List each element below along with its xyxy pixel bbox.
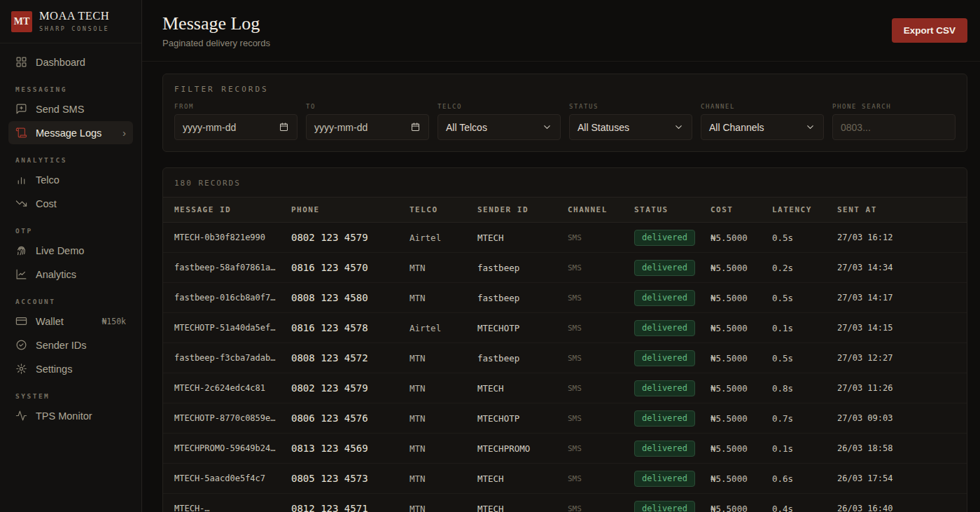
sidebar-item-label: Live Demo bbox=[36, 245, 84, 256]
sidebar-item-dashboard[interactable]: Dashboard bbox=[8, 50, 133, 74]
filter-card-title: FILTER RECORDS bbox=[174, 85, 955, 94]
wallet-balance-badge: ₦150k bbox=[102, 317, 126, 326]
telco-select[interactable]: All Telcos bbox=[438, 114, 561, 140]
table-row[interactable]: MTECHPROMO-59649b24…0813 123 4569MTNMTEC… bbox=[163, 434, 967, 464]
column-header-channel: CHANNEL bbox=[568, 205, 634, 214]
channel-cell: SMS bbox=[568, 324, 634, 333]
filter-field-label: FROM bbox=[174, 103, 298, 110]
select-value: All Telcos bbox=[446, 122, 487, 133]
latency-cell: 0.5s bbox=[772, 353, 837, 364]
column-header-phone: PHONE bbox=[291, 205, 410, 214]
sender-id-cell: MTECHOTP bbox=[477, 323, 568, 333]
filter-field-telco: TELCOAll Telcos bbox=[438, 103, 561, 140]
sender-id-cell: fastbeep bbox=[477, 353, 568, 364]
channel-select[interactable]: All Channels bbox=[701, 114, 824, 140]
sent-at-cell: 27/03 09:03 bbox=[837, 413, 963, 423]
select-value: All Channels bbox=[709, 122, 764, 133]
status-badge: delivered bbox=[634, 410, 695, 427]
message-id-cell: MTECHOTP-8770c0859e… bbox=[174, 413, 291, 423]
records-count: 180 RECORDS bbox=[163, 168, 967, 197]
sidebar-item-sender-ids[interactable]: Sender IDs bbox=[8, 333, 133, 357]
column-header-status: STATUS bbox=[634, 205, 710, 214]
message-square-icon bbox=[15, 103, 27, 115]
sidebar-item-label: Sender IDs bbox=[36, 340, 87, 351]
status-cell: delivered bbox=[634, 410, 710, 427]
sent-at-cell: 26/03 17:54 bbox=[837, 473, 963, 483]
sidebar-item-wallet[interactable]: Wallet₦150k bbox=[8, 310, 133, 333]
sidebar-item-live-demo[interactable]: Live Demo bbox=[8, 239, 133, 262]
from-date-input[interactable]: yyyy-mm-dd bbox=[174, 114, 298, 140]
latency-cell: 0.6s bbox=[772, 473, 837, 484]
sidebar-item-telco[interactable]: Telco bbox=[8, 168, 133, 191]
grid-icon bbox=[15, 56, 27, 68]
cost-cell: ₦5.5000 bbox=[710, 413, 772, 424]
chevron-down-icon bbox=[805, 122, 816, 132]
channel-cell: SMS bbox=[568, 263, 634, 272]
status-badge: delivered bbox=[634, 441, 695, 457]
sidebar-item-settings[interactable]: Settings bbox=[8, 357, 133, 380]
table-row[interactable]: fastbeep-f3cba7adab…0808 123 4572MTNfast… bbox=[163, 343, 967, 373]
channel-cell: SMS bbox=[568, 233, 634, 242]
table-row[interactable]: MTECH-5aacd0e5f4c70805 123 4573MTNMTECHS… bbox=[163, 464, 967, 494]
table-row[interactable]: MTECH-…0812 123 4571MTNMTECHSMSdelivered… bbox=[163, 494, 967, 512]
table-row[interactable]: MTECHOTP-8770c0859e…0806 123 4576MTNMTEC… bbox=[163, 403, 967, 434]
sidebar-item-label: Analytics bbox=[36, 269, 76, 280]
status-select[interactable]: All Statuses bbox=[569, 114, 692, 140]
sent-at-cell: 27/03 12:27 bbox=[837, 353, 963, 363]
export-csv-button[interactable]: Export CSV bbox=[892, 18, 967, 43]
filter-field-from: FROMyyyy-mm-dd bbox=[174, 103, 298, 140]
cost-cell: ₦5.5000 bbox=[710, 443, 772, 454]
sidebar-item-tps-monitor[interactable]: TPS Monitor bbox=[8, 404, 133, 427]
sent-at-cell: 27/03 16:12 bbox=[837, 233, 963, 242]
sidebar-nav: DashboardMESSAGINGSend SMSMessage Logs›A… bbox=[0, 43, 141, 512]
cost-cell: ₦5.5000 bbox=[710, 233, 772, 243]
sender-id-cell: MTECHOTP bbox=[477, 413, 568, 424]
fingerprint-icon bbox=[15, 244, 27, 256]
message-id-cell: MTECH-0b30f821e990 bbox=[174, 233, 291, 242]
nav-section-account: ACCOUNT bbox=[15, 298, 126, 305]
latency-cell: 0.1s bbox=[772, 443, 837, 454]
channel-cell: SMS bbox=[568, 504, 634, 512]
status-cell: delivered bbox=[634, 320, 710, 336]
column-header-sender-id: SENDER ID bbox=[477, 205, 568, 214]
column-header-telco: TELCO bbox=[410, 205, 477, 214]
records-card: 180 RECORDS MESSAGE IDPHONETELCOSENDER I… bbox=[162, 167, 967, 512]
sidebar-item-label: Telco bbox=[36, 174, 59, 186]
cost-cell: ₦5.5000 bbox=[710, 353, 772, 364]
sidebar-item-send-sms[interactable]: Send SMS bbox=[8, 97, 133, 120]
gear-icon bbox=[15, 363, 27, 375]
filter-field-label: PHONE SEARCH bbox=[832, 103, 955, 110]
phone-cell: 0806 123 4576 bbox=[291, 413, 410, 424]
filter-field-to: TOyyyy-mm-dd bbox=[306, 103, 429, 140]
sender-id-cell: fastbeep bbox=[477, 293, 568, 303]
credit-card-icon bbox=[15, 315, 27, 327]
table-row[interactable]: fastbeep-016cb8a0f7…0808 123 4580MTNfast… bbox=[163, 283, 967, 313]
sidebar-item-message-logs[interactable]: Message Logs› bbox=[8, 121, 133, 144]
sidebar-item-analytics[interactable]: Analytics bbox=[8, 263, 133, 286]
phone-search-input[interactable]: 0803... bbox=[832, 114, 955, 140]
sidebar-item-cost[interactable]: Cost bbox=[8, 192, 133, 215]
message-id-cell: MTECH-… bbox=[174, 504, 291, 512]
activity-icon bbox=[15, 410, 27, 422]
sidebar-item-label: Cost bbox=[36, 198, 57, 209]
column-header-sent-at: SENT AT bbox=[837, 205, 963, 214]
sender-id-cell: MTECH bbox=[477, 504, 568, 512]
telco-cell: MTN bbox=[410, 473, 477, 484]
to-date-input[interactable]: yyyy-mm-dd bbox=[306, 114, 429, 140]
sender-id-cell: MTECHPROMO bbox=[477, 443, 568, 454]
sidebar-item-label: Message Logs bbox=[36, 127, 102, 139]
status-cell: delivered bbox=[634, 471, 710, 487]
table-row[interactable]: MTECH-2c624edc4c810802 123 4579MTNMTECHS… bbox=[163, 373, 967, 403]
status-cell: delivered bbox=[634, 290, 710, 306]
latency-cell: 0.5s bbox=[772, 293, 837, 303]
table-row[interactable]: fastbeep-58af07861a…0816 123 4570MTNfast… bbox=[163, 253, 967, 283]
latency-cell: 0.1s bbox=[772, 323, 837, 333]
chevron-right-icon: › bbox=[122, 127, 126, 138]
channel-cell: SMS bbox=[568, 293, 634, 303]
telco-cell: MTN bbox=[410, 353, 477, 364]
telco-cell: MTN bbox=[410, 263, 477, 273]
table-row[interactable]: MTECH-0b30f821e9900802 123 4579AirtelMTE… bbox=[163, 223, 967, 253]
table-row[interactable]: MTECHOTP-51a40da5ef…0816 123 4578AirtelM… bbox=[163, 313, 967, 343]
status-cell: delivered bbox=[634, 380, 710, 396]
status-badge: delivered bbox=[634, 260, 695, 276]
